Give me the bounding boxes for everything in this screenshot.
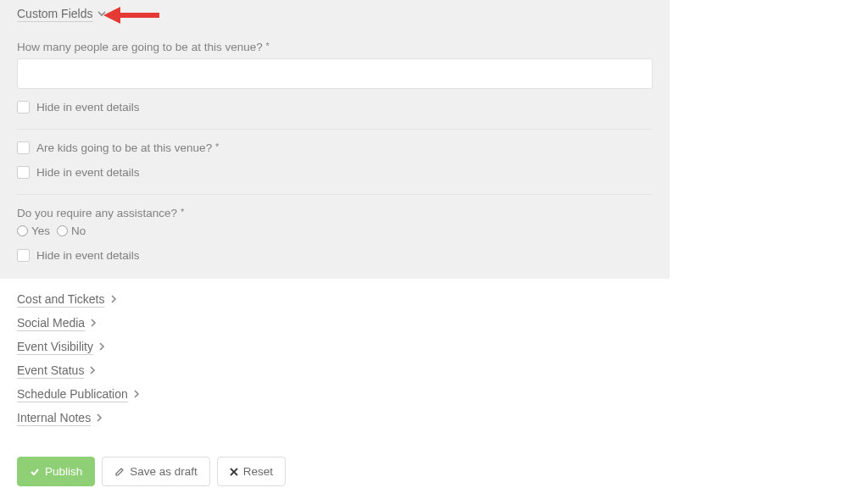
section-event-status[interactable]: Event Status	[17, 363, 96, 377]
section-schedule-publication[interactable]: Schedule Publication	[17, 387, 140, 401]
chevron-right-icon	[90, 319, 97, 327]
people-count-input[interactable]	[17, 58, 653, 89]
chevron-right-icon	[89, 366, 96, 374]
check-icon	[30, 467, 40, 477]
field-people-count: How many people are going to be at this …	[17, 41, 653, 114]
chevron-right-icon	[110, 295, 117, 303]
section-social-media[interactable]: Social Media	[17, 316, 97, 330]
chevron-right-icon	[98, 342, 105, 351]
publish-button[interactable]: Publish	[17, 457, 95, 486]
section-internal-notes[interactable]: Internal Notes	[17, 411, 103, 424]
radio-no-label: No	[71, 225, 86, 237]
hide-kids-row[interactable]: Hide in event details	[17, 166, 653, 179]
hide-people-count-row[interactable]: Hide in event details	[17, 101, 653, 114]
hide-assistance-row[interactable]: Hide in event details	[17, 249, 653, 262]
pencil-icon	[114, 467, 125, 477]
people-count-label: How many people are going to be at this …	[17, 41, 653, 53]
hide-label: Hide in event details	[36, 101, 140, 114]
hide-people-count-checkbox[interactable]	[17, 101, 30, 114]
action-button-row: Publish Save as draft Reset	[17, 457, 653, 486]
hide-kids-checkbox[interactable]	[17, 166, 30, 179]
kids-row[interactable]: Are kids going to be at this venue? *	[17, 141, 653, 154]
chevron-down-icon	[97, 9, 106, 18]
assistance-radio-row: Yes No	[17, 225, 653, 237]
hide-label: Hide in event details	[36, 166, 140, 179]
assistance-yes-radio[interactable]	[17, 225, 28, 236]
custom-fields-header[interactable]: Custom Fields	[17, 7, 106, 20]
annotation-arrow	[102, 3, 161, 30]
chevron-right-icon	[133, 390, 140, 398]
divider	[17, 194, 653, 195]
assistance-label: Do you require any assistance? *	[17, 207, 653, 219]
section-cost-tickets[interactable]: Cost and Tickets	[17, 292, 117, 306]
hide-label: Hide in event details	[36, 249, 140, 262]
section-event-visibility[interactable]: Event Visibility	[17, 340, 105, 353]
custom-fields-label: Custom Fields	[17, 7, 92, 20]
save-draft-button[interactable]: Save as draft	[102, 457, 210, 486]
kids-checkbox[interactable]	[17, 141, 30, 154]
hide-assistance-checkbox[interactable]	[17, 249, 30, 262]
divider	[17, 129, 653, 130]
assistance-no-radio[interactable]	[57, 225, 68, 236]
reset-button[interactable]: Reset	[217, 457, 286, 486]
field-assistance: Do you require any assistance? * Yes No …	[17, 207, 653, 262]
radio-yes-label: Yes	[31, 225, 50, 237]
kids-label: Are kids going to be at this venue? *	[36, 141, 219, 154]
x-icon	[230, 468, 238, 476]
field-kids: Are kids going to be at this venue? * Hi…	[17, 141, 653, 179]
chevron-right-icon	[96, 413, 103, 422]
